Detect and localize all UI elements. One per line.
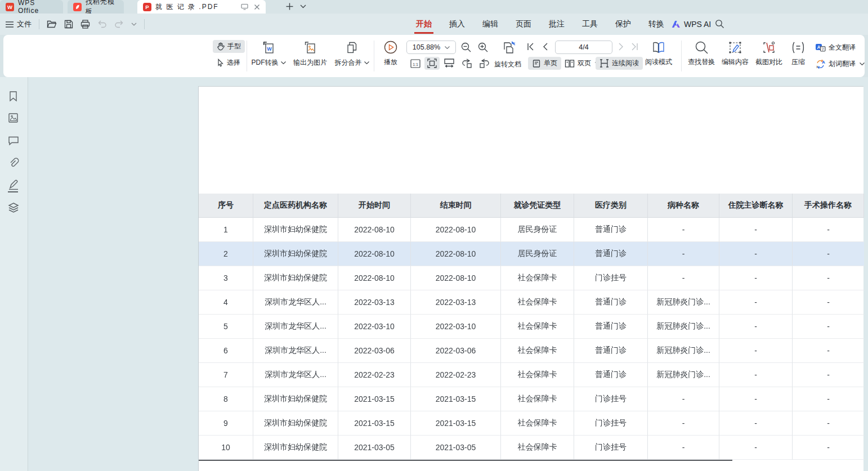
last-page-icon[interactable] (630, 43, 638, 51)
table-bottom-border (199, 460, 732, 461)
svg-text:W: W (267, 46, 272, 52)
export-image-button[interactable]: 输出为图片 (289, 41, 331, 68)
print-icon[interactable] (80, 20, 90, 29)
table-cell: - (793, 411, 864, 436)
thumbnails-panel-icon[interactable] (8, 113, 19, 123)
redo-icon[interactable] (114, 20, 124, 28)
fit-page-button[interactable] (424, 57, 440, 70)
undo-history-chevron-icon[interactable] (131, 23, 137, 26)
select-tool-button[interactable]: 选择 (213, 56, 244, 69)
menu-tab-6[interactable]: 保护 (615, 14, 632, 34)
hand-tool-label: 手型 (227, 42, 241, 51)
chevron-down-icon (281, 61, 286, 64)
single-page-button[interactable]: 单页 (528, 57, 561, 70)
edit-content-button[interactable]: 编辑内容 (719, 41, 751, 67)
menu-tab-1[interactable]: 插入 (449, 14, 466, 34)
open-file-icon[interactable] (47, 20, 57, 29)
table-cell: - (719, 315, 793, 339)
tab-docer-templates[interactable]: 找稻壳模板 (68, 0, 124, 14)
screenshot-compare-button[interactable]: 截图对比 (753, 41, 785, 67)
tab-list-chevron-icon[interactable] (300, 5, 306, 8)
previous-page-icon[interactable] (543, 43, 548, 51)
table-cell: 深圳市妇幼保健院 (253, 218, 338, 242)
table-cell: 2022-08-10 (411, 266, 501, 290)
rotate-left-icon[interactable] (462, 58, 473, 69)
next-page-icon[interactable] (618, 43, 624, 51)
actual-size-icon[interactable]: 1:1 (410, 58, 421, 69)
menu-tab-4[interactable]: 批注 (548, 14, 565, 34)
word-translate-label: 划词翻译 (829, 59, 856, 69)
table-cell: 10 (199, 436, 253, 460)
screen-share-icon[interactable] (241, 3, 248, 10)
fit-width-icon[interactable] (444, 58, 455, 68)
table-header-cell: 就诊凭证类型 (501, 194, 574, 218)
table-cell: 新冠肺炎门诊... (648, 315, 719, 339)
table-cell: 深圳市龙华区人... (253, 363, 338, 387)
menu-tab-7[interactable]: 转换 (648, 14, 665, 34)
continuous-read-button[interactable]: 连续阅读 (596, 57, 643, 70)
document-area: 序号定点医药机构名称开始时间结束时间就诊凭证类型医疗类别病种名称住院主诊断名称手… (0, 77, 868, 471)
table-header-cell: 开始时间 (338, 194, 411, 218)
file-menu-label: 文件 (17, 19, 32, 29)
menu-tab-0[interactable]: 开始 (415, 14, 432, 34)
menu-tab-2[interactable]: 编辑 (482, 14, 499, 34)
table-cell: - (793, 315, 864, 339)
table-row: 1深圳市妇幼保健院2022-08-102022-08-10居民身份证普通门诊--… (199, 218, 864, 242)
menu-tab-3[interactable]: 页面 (515, 14, 532, 34)
signature-panel-icon[interactable] (8, 180, 19, 190)
table-cell: 2022-03-10 (338, 315, 411, 339)
wps-ai-button[interactable]: WPS AI (672, 14, 711, 35)
zoom-level-value: 105.88% (413, 43, 440, 51)
find-replace-button[interactable]: 查找替换 (686, 41, 717, 67)
table-cell: 3 (199, 266, 253, 290)
hand-tool-button[interactable]: 手型 (213, 40, 245, 53)
table-cell: 2021-03-15 (338, 387, 411, 411)
tab-wps-office[interactable]: W WPS Office (0, 0, 63, 14)
table-cell: - (719, 218, 793, 242)
read-mode-button[interactable]: 阅读模式 (643, 41, 674, 67)
wps-ai-logo-icon (672, 20, 681, 28)
chevron-down-icon (364, 61, 369, 64)
table-header-cell: 定点医药机构名称 (253, 194, 338, 218)
undo-icon[interactable] (97, 20, 107, 28)
menu-tab-5[interactable]: 工具 (581, 14, 598, 34)
page-number-input[interactable]: 4/4 (555, 41, 612, 54)
table-cell: 门诊挂号 (574, 436, 648, 460)
zoom-in-icon[interactable] (477, 42, 489, 53)
rotate-doc-label[interactable]: 旋转文档 (494, 60, 521, 69)
layers-panel-icon[interactable] (8, 202, 19, 213)
first-page-icon[interactable] (527, 43, 535, 51)
tab-document-pdf[interactable]: P 就 医 记 录 .PDF (137, 0, 266, 14)
search-icon (695, 41, 709, 55)
table-cell: 深圳市妇幼保健院 (253, 266, 338, 290)
compress-button[interactable]: 压缩 (787, 41, 809, 67)
word-translate-button[interactable]: xA 划词翻译 (815, 57, 865, 70)
document-title: 就 医 记 录 .PDF (155, 2, 219, 12)
table-cell: - (793, 266, 864, 290)
play-slideshow-button[interactable]: 播放 (378, 40, 403, 67)
swap-pages-icon[interactable] (501, 40, 517, 55)
table-cell: - (719, 266, 793, 290)
zoom-out-icon[interactable] (460, 42, 472, 53)
table-cell: 普通门诊 (574, 242, 648, 266)
table-header-cell: 医疗类别 (574, 194, 648, 218)
split-merge-button[interactable]: 拆分合并 (332, 41, 372, 68)
attachments-panel-icon[interactable] (8, 158, 19, 169)
table-row: 10深圳市妇幼保健院2021-03-052021-03-05社会保障卡门诊挂号-… (199, 436, 864, 460)
play-label: 播放 (384, 57, 397, 67)
table-cell: 深圳市妇幼保健院 (253, 387, 338, 411)
close-tab-icon[interactable] (254, 4, 260, 10)
new-tab-icon[interactable] (285, 2, 294, 11)
comments-panel-icon[interactable] (8, 136, 19, 146)
rotate-right-icon[interactable] (478, 58, 490, 69)
menu-search-icon[interactable] (715, 19, 724, 29)
file-menu-button[interactable]: 文件 (6, 19, 32, 29)
full-translate-button[interactable]: A字 全文翻译 (815, 41, 856, 54)
zoom-level-select[interactable]: 105.88% (406, 41, 456, 54)
pdf-convert-button[interactable]: W PDF转换 (249, 41, 288, 68)
find-replace-label: 查找替换 (688, 57, 715, 67)
table-cell: - (648, 387, 719, 411)
save-icon[interactable] (64, 20, 73, 29)
table-cell: 社会保障卡 (501, 436, 574, 460)
bookmarks-panel-icon[interactable] (8, 91, 19, 102)
